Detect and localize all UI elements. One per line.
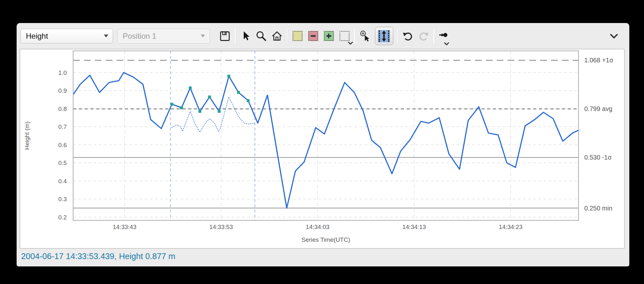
svg-text:0.2: 0.2 xyxy=(58,214,67,221)
undo-button[interactable] xyxy=(402,30,414,42)
zoom-in-select-button[interactable] xyxy=(359,30,371,42)
plot-window: Height Position 1 xyxy=(17,23,629,266)
add-region-icon xyxy=(324,31,334,41)
zoom-in-cursor-icon xyxy=(359,30,371,43)
point-size-menu-button[interactable] xyxy=(439,30,450,42)
save-icon xyxy=(219,31,230,42)
select-box-menu-icon xyxy=(340,31,349,41)
toolbar-separator xyxy=(397,29,398,43)
redo-button xyxy=(418,30,429,42)
chevron-down-icon xyxy=(444,42,449,46)
svg-text:0.5: 0.5 xyxy=(58,160,67,166)
svg-text:14:33:43: 14:33:43 xyxy=(113,224,136,230)
save-button[interactable] xyxy=(219,30,231,42)
svg-text:Height (m): Height (m) xyxy=(24,122,30,150)
undo-icon xyxy=(402,30,414,42)
home-view-button[interactable] xyxy=(271,30,283,42)
point-size-menu-icon xyxy=(439,31,450,41)
toolbar-separator xyxy=(235,29,236,43)
svg-text:14:33:53: 14:33:53 xyxy=(209,224,233,230)
y-axis-zoom-toggle[interactable] xyxy=(375,27,393,45)
svg-text:14:34:13: 14:34:13 xyxy=(402,224,426,230)
toolbar-separator xyxy=(354,29,355,43)
svg-text:0.8: 0.8 xyxy=(58,106,67,112)
svg-text:0.799 avg: 0.799 avg xyxy=(584,105,612,112)
cursor-arrow-icon xyxy=(240,31,251,42)
add-region-button[interactable] xyxy=(323,30,334,42)
svg-text:Series Time(UTC): Series Time(UTC) xyxy=(302,236,350,243)
select-region-icon xyxy=(293,31,303,41)
zoom-magnifier-icon xyxy=(256,30,267,42)
subtract-region-button[interactable] xyxy=(307,30,319,42)
svg-text:0.530 -1σ: 0.530 -1σ xyxy=(584,154,612,161)
pointer-tool-button[interactable] xyxy=(240,30,251,42)
plus-icon xyxy=(326,35,331,37)
select-region-button[interactable] xyxy=(292,30,303,42)
svg-text:0.4: 0.4 xyxy=(58,178,67,185)
svg-text:0.9: 0.9 xyxy=(58,87,67,94)
selection-mode-menu-button[interactable] xyxy=(339,30,350,42)
svg-text:0.7: 0.7 xyxy=(58,123,67,130)
chevron-down-icon xyxy=(348,41,353,45)
position-selector-dropdown: Position 1 xyxy=(117,29,210,43)
svg-text:0.3: 0.3 xyxy=(58,196,67,202)
svg-text:14:34:03: 14:34:03 xyxy=(306,224,329,230)
series-selector-value: Height xyxy=(26,32,48,41)
y-axis-zoom-icon xyxy=(378,30,390,42)
minus-icon xyxy=(311,35,316,37)
series-selector-dropdown[interactable]: Height xyxy=(20,29,113,43)
redo-icon xyxy=(418,30,429,42)
toolbar-separator xyxy=(433,29,434,43)
svg-text:1.068 +1σ: 1.068 +1σ xyxy=(584,57,613,64)
chevron-down-icon xyxy=(104,35,108,37)
home-icon xyxy=(271,30,283,42)
svg-text:0.6: 0.6 xyxy=(58,142,67,148)
height-timeseries-chart[interactable]: 0.20.30.40.50.60.70.80.91.014:33:4314:33… xyxy=(20,49,624,248)
collapse-panel-button[interactable] xyxy=(608,30,620,42)
chevron-down-icon xyxy=(201,35,205,37)
toolbar: Height Position 1 xyxy=(17,23,629,49)
subtract-region-icon xyxy=(308,31,318,41)
position-selector-value: Position 1 xyxy=(123,32,156,41)
chart-canvas[interactable]: 0.20.30.40.50.60.70.80.91.014:33:4314:33… xyxy=(20,49,625,248)
svg-text:14:34:23: 14:34:23 xyxy=(499,224,523,230)
svg-text:1.0: 1.0 xyxy=(58,69,67,76)
zoom-tool-button[interactable] xyxy=(256,30,267,42)
status-readout: 2004-06-17 14:33:53.439, Height 0.877 m xyxy=(21,251,175,261)
toolbar-separator xyxy=(287,29,288,43)
svg-text:0.250 min: 0.250 min xyxy=(584,205,612,212)
collapse-chevron-icon xyxy=(610,33,618,39)
